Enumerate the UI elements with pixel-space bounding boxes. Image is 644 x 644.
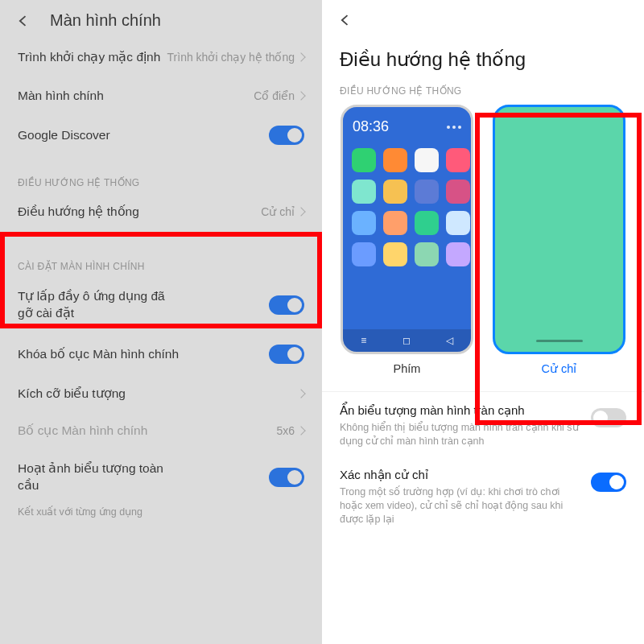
- settings-section-head: CÀI ĐẶT MÀN HÌNH CHÍNH: [0, 237, 322, 277]
- discover-label: Google Discover: [18, 128, 110, 142]
- confirm-title: Xác nhận cử chỉ: [340, 468, 583, 482]
- chevron-right-icon: [296, 53, 305, 62]
- app-icon: [352, 148, 376, 172]
- app-icon: [383, 148, 407, 172]
- hidefull-toggle[interactable]: [591, 408, 626, 427]
- row-homescreen-style[interactable]: Màn hình chính Cổ điển: [0, 77, 322, 114]
- app-icon: [352, 211, 376, 235]
- row-google-discover: Google Discover: [0, 114, 322, 156]
- discover-toggle[interactable]: [269, 126, 304, 145]
- layout-value: 5x6: [276, 424, 304, 437]
- nav-home-icon: ◻: [402, 335, 411, 346]
- app-icon: [446, 148, 470, 172]
- globalanim-label: Hoạt ảnh biểu tượng toàn cầu: [18, 460, 179, 494]
- sysnav-label: Điều hướng hệ thống: [18, 204, 139, 219]
- chevron-right-icon: [296, 207, 305, 216]
- gesture-bar-icon: [536, 340, 583, 342]
- gestures-label: Cử chỉ: [542, 362, 577, 375]
- back-icon[interactable]: [336, 11, 354, 29]
- launcher-value: Trình khởi chạy hệ thống: [167, 51, 304, 64]
- nav-mode-buttons[interactable]: 08:36 ≡ ◻ ◁ Phím: [341, 105, 473, 375]
- app-icon: [383, 180, 407, 204]
- nav-buttons-bar: ≡ ◻ ◁: [343, 329, 471, 352]
- nav-menu-icon: ≡: [361, 335, 366, 346]
- buttons-label: Phím: [394, 362, 421, 375]
- layout-label: Bố cục Màn hình chính: [18, 423, 147, 438]
- app-icon-grid: [343, 140, 471, 275]
- lock-toggle[interactable]: [269, 345, 304, 364]
- confirm-toggle[interactable]: [591, 473, 626, 492]
- iconsize-label: Kích cỡ biểu tượng: [18, 386, 126, 401]
- app-icon: [415, 148, 439, 172]
- app-icon: [383, 211, 407, 235]
- confirm-desc: Trong một số trường hợp (ví dụ: khi chơi…: [340, 485, 583, 526]
- preview-time: 08:36: [353, 118, 389, 135]
- launcher-label: Trình khởi chạy mặc định: [18, 49, 160, 66]
- back-icon[interactable]: [14, 12, 32, 30]
- hidefull-title: Ẩn biểu tượng màn hình tràn cạnh: [340, 403, 583, 418]
- right-title: Điều hướng hệ thống: [322, 37, 644, 85]
- buttons-preview: 08:36 ≡ ◻ ◁: [341, 105, 473, 354]
- row-layout[interactable]: Bố cục Màn hình chính 5x6: [0, 412, 322, 449]
- row-icon-size[interactable]: Kích cỡ biểu tượng: [0, 375, 322, 412]
- homescreen-label: Màn hình chính: [18, 89, 104, 103]
- nav-back-icon: ◁: [446, 335, 453, 346]
- hidefull-desc: Không hiển thị biểu tượng màn hình tràn …: [340, 421, 583, 448]
- row-hide-fullscreen-indicator: Ẩn biểu tượng màn hình tràn cạnh Không h…: [322, 394, 644, 458]
- app-icon: [352, 242, 376, 266]
- globalanim-desc: Kết xuất với từng ứng dụng: [0, 506, 322, 518]
- app-icon: [352, 180, 376, 204]
- row-confirm-gesture: Xác nhận cử chỉ Trong một số trường hợp …: [322, 458, 644, 536]
- app-icon: [383, 242, 407, 266]
- left-title: Màn hình chính: [50, 11, 161, 30]
- nav-mode-cards: 08:36 ≡ ◻ ◁ Phím Cử chỉ: [322, 101, 644, 386]
- app-icon: [415, 242, 439, 266]
- nav-section-head: ĐIỀU HƯỚNG HỆ THỐNG: [0, 163, 322, 193]
- sysnav-value: Cử chỉ: [261, 205, 304, 218]
- globalanim-toggle[interactable]: [269, 468, 304, 487]
- app-icon: [446, 242, 470, 266]
- lock-label: Khóa bố cục Màn hình chính: [18, 347, 179, 361]
- row-fill-uninstalled: Tự lấp đầy ô ứng dụng đã gỡ cài đặt: [0, 277, 322, 333]
- left-header: Màn hình chính: [0, 0, 322, 38]
- fill-toggle[interactable]: [269, 295, 304, 315]
- row-global-icon-anim: Hoạt ảnh biểu tượng toàn cầu: [0, 449, 322, 506]
- app-icon: [415, 180, 439, 204]
- app-icon: [446, 211, 470, 235]
- homescreen-value: Cổ điển: [254, 89, 304, 102]
- iconsize-chevron: [298, 390, 304, 397]
- nav-mode-gestures[interactable]: Cử chỉ: [493, 105, 625, 375]
- app-icon: [446, 180, 470, 204]
- chevron-right-icon: [296, 426, 305, 435]
- left-panel: Màn hình chính Trình khởi chạy mặc định …: [0, 0, 322, 644]
- right-nav-section: ĐIỀU HƯỚNG HỆ THỐNG: [322, 85, 644, 101]
- gestures-preview: [493, 105, 625, 354]
- chevron-right-icon: [296, 91, 305, 100]
- row-system-navigation[interactable]: Điều hướng hệ thống Cử chỉ: [0, 193, 322, 230]
- row-lock-layout: Khóa bố cục Màn hình chính: [0, 333, 322, 375]
- row-default-launcher[interactable]: Trình khởi chạy mặc định Trình khởi chạy…: [0, 38, 322, 77]
- right-header: [322, 0, 644, 37]
- chevron-right-icon: [296, 389, 305, 398]
- right-panel: Điều hướng hệ thống ĐIỀU HƯỚNG HỆ THỐNG …: [322, 0, 644, 644]
- app-icon: [415, 211, 439, 235]
- fill-label: Tự lấp đầy ô ứng dụng đã gỡ cài đặt: [18, 288, 179, 322]
